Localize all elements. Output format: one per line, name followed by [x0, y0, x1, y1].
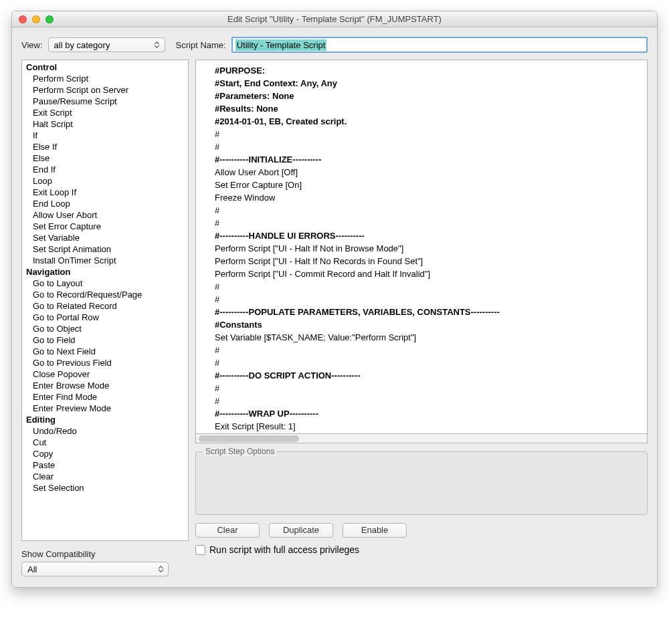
compat-value: All — [27, 564, 37, 574]
step-item[interactable]: Else — [25, 152, 188, 164]
chevron-updown-icon — [156, 566, 165, 572]
step-item[interactable]: Set Selection — [25, 482, 188, 494]
edit-script-window: Edit Script "Utility - Template Script" … — [11, 11, 658, 588]
script-name-value: Utility - Template Script — [235, 39, 327, 51]
step-item[interactable]: Enter Browse Mode — [25, 380, 188, 391]
full-access-row: Run script with full access privileges — [195, 544, 648, 555]
step-item[interactable]: Perform Script — [25, 73, 188, 84]
step-item[interactable]: End If — [25, 164, 188, 175]
script-line[interactable]: # — [215, 280, 642, 293]
step-item[interactable]: Copy — [25, 448, 188, 459]
right-column: #PURPOSE:#Start, End Context: Any, Any#P… — [195, 60, 648, 576]
script-line[interactable]: #Parameters: None — [215, 90, 642, 102]
step-item[interactable]: Go to Next Field — [25, 346, 188, 357]
full-access-checkbox[interactable] — [195, 545, 205, 555]
script-line[interactable]: #Results: None — [215, 102, 642, 115]
step-category: Navigation — [25, 266, 188, 278]
script-body[interactable]: #PURPOSE:#Start, End Context: Any, Any#P… — [195, 60, 648, 434]
compat-label: Show Compatibility — [21, 549, 189, 559]
script-line[interactable]: # — [215, 204, 642, 217]
script-line[interactable]: # — [215, 128, 642, 140]
script-line[interactable]: #Constants — [215, 318, 642, 331]
scroll-thumb[interactable] — [199, 435, 299, 442]
script-line[interactable]: Set Error Capture [On] — [215, 179, 642, 191]
step-item[interactable]: Allow User Abort — [25, 209, 188, 221]
step-item[interactable]: Close Popover — [25, 368, 188, 380]
view-select[interactable]: all by category — [48, 37, 165, 52]
action-row: Clear Duplicate Enable — [195, 523, 648, 538]
step-item[interactable]: Go to Layout — [25, 278, 188, 289]
step-item[interactable]: Go to Object — [25, 323, 188, 334]
step-item[interactable]: Exit Script — [25, 107, 188, 118]
view-select-value: all by category — [54, 40, 110, 50]
enable-button[interactable]: Enable — [343, 523, 407, 538]
step-item[interactable]: Go to Portal Row — [25, 312, 188, 323]
script-line[interactable]: # — [215, 382, 642, 395]
script-line[interactable]: #----------HANDLE UI ERRORS---------- — [215, 229, 642, 242]
script-step-list[interactable]: ControlPerform ScriptPerform Script on S… — [21, 60, 189, 541]
main-split: ControlPerform ScriptPerform Script on S… — [21, 60, 648, 576]
step-item[interactable]: Enter Preview Mode — [25, 403, 188, 414]
full-access-label: Run script with full access privileges — [209, 544, 359, 555]
step-item[interactable]: Install OnTimer Script — [25, 255, 188, 266]
chevron-updown-icon — [153, 41, 162, 48]
step-item[interactable]: Go to Field — [25, 334, 188, 346]
script-line[interactable]: #Start, End Context: Any, Any — [215, 77, 642, 90]
script-line[interactable]: Allow User Abort [Off] — [215, 166, 642, 179]
script-name-label: Script Name: — [176, 40, 226, 50]
script-line[interactable]: #----------POPULATE PARAMETERS, VARIABLE… — [215, 306, 642, 318]
step-item[interactable]: Halt Script — [25, 118, 188, 130]
compat-select[interactable]: All — [21, 562, 169, 576]
script-line[interactable]: #2014-01-01, EB, Created script. — [215, 115, 642, 128]
step-item[interactable]: Set Error Capture — [25, 221, 188, 232]
step-item[interactable]: Exit Loop If — [25, 187, 188, 198]
script-line[interactable]: # — [215, 395, 642, 407]
compatibility-area: Show Compatibility All — [21, 549, 189, 576]
step-item[interactable]: Cut — [25, 437, 188, 448]
script-line[interactable]: #----------WRAP UP---------- — [215, 407, 642, 420]
script-line[interactable]: #----------INITIALIZE---------- — [215, 153, 642, 166]
script-step-options: Script Step Options — [195, 451, 648, 515]
script-line[interactable]: Set Variable [$TASK_NAME; Value:"Perform… — [215, 331, 642, 344]
step-item[interactable]: End Loop — [25, 198, 188, 209]
step-item[interactable]: Loop — [25, 175, 188, 187]
script-line[interactable]: # — [215, 293, 642, 306]
script-line[interactable]: # — [215, 344, 642, 356]
script-line[interactable]: # — [215, 356, 642, 369]
step-category: Editing — [25, 414, 188, 425]
script-line[interactable]: # — [215, 217, 642, 229]
step-item[interactable]: Perform Script on Server — [25, 84, 188, 96]
step-item[interactable]: Go to Related Record — [25, 300, 188, 312]
script-line[interactable]: Perform Script ["UI - Halt If No Records… — [215, 255, 642, 267]
script-line[interactable]: Perform Script ["UI - Commit Record and … — [215, 267, 642, 280]
titlebar[interactable]: Edit Script "Utility - Template Script" … — [12, 11, 657, 27]
step-item[interactable]: Paste — [25, 459, 188, 471]
step-item[interactable]: Pause/Resume Script — [25, 96, 188, 107]
window-title: Edit Script "Utility - Template Script" … — [12, 14, 657, 24]
left-column: ControlPerform ScriptPerform Script on S… — [21, 60, 189, 576]
script-line[interactable]: Exit Script [Result: 1] — [215, 420, 642, 433]
script-line[interactable]: Perform Script ["UI - Halt If Not in Bro… — [215, 242, 642, 255]
step-item[interactable]: Else If — [25, 141, 188, 152]
script-line[interactable]: #----------DO SCRIPT ACTION---------- — [215, 369, 642, 382]
step-item[interactable]: Go to Previous Field — [25, 357, 188, 368]
duplicate-button[interactable]: Duplicate — [269, 523, 333, 538]
step-item[interactable]: Undo/Redo — [25, 425, 188, 437]
top-row: View: all by category Script Name: Utili… — [21, 37, 648, 53]
content-area: View: all by category Script Name: Utili… — [12, 27, 657, 587]
horizontal-scrollbar[interactable] — [195, 434, 648, 443]
script-name-input[interactable]: Utility - Template Script — [231, 37, 648, 53]
step-item[interactable]: Set Script Animation — [25, 243, 188, 255]
step-item[interactable]: Enter Find Mode — [25, 391, 188, 403]
step-item[interactable]: If — [25, 130, 188, 141]
step-item[interactable]: Clear — [25, 471, 188, 482]
step-item[interactable]: Go to Record/Request/Page — [25, 289, 188, 300]
clear-button[interactable]: Clear — [195, 523, 260, 538]
script-line[interactable]: #PURPOSE: — [215, 64, 642, 77]
script-line[interactable]: # — [215, 140, 642, 153]
options-legend: Script Step Options — [203, 447, 277, 456]
script-line[interactable]: Freeze Window — [215, 191, 642, 204]
view-label: View: — [21, 40, 43, 50]
step-item[interactable]: Set Variable — [25, 232, 188, 243]
step-category: Control — [25, 62, 188, 73]
